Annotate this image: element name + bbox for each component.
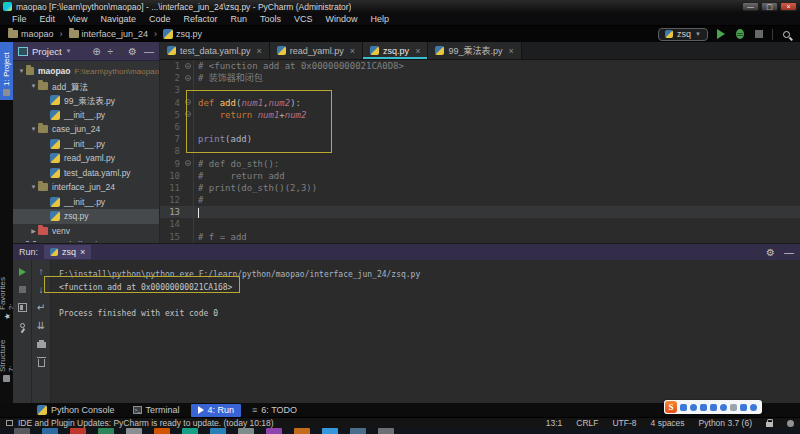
fold-icon[interactable]: − [185, 160, 191, 166]
debug-button[interactable] [734, 28, 746, 40]
tool-window-button-4-run[interactable]: 4: Run [191, 404, 242, 417]
taskbar-icon[interactable] [322, 428, 338, 434]
breadcrumb-item[interactable]: zsq.py [163, 29, 202, 39]
menu-item-refactor[interactable]: Refactor [177, 14, 223, 24]
clear-all-button[interactable] [36, 356, 47, 367]
menu-item-view[interactable]: View [62, 14, 93, 24]
close-tab-icon[interactable]: × [508, 46, 513, 56]
sogou-logo-icon[interactable]: S [665, 401, 677, 413]
soft-wrap-button[interactable]: ↵ [36, 302, 47, 313]
scroll-to-end-button[interactable]: ⇊ [36, 320, 47, 331]
tree-item[interactable]: __init__.py [13, 108, 159, 123]
code-editor[interactable]: 1−# <function add at 0x00000000021CA0D8>… [160, 60, 800, 243]
menu-item-vcs[interactable]: VCS [288, 14, 319, 24]
restore-layout-button[interactable] [17, 302, 28, 313]
tree-item[interactable]: read_yaml.py [13, 151, 159, 166]
fold-icon[interactable]: − [185, 99, 191, 105]
code-line[interactable]: 11# print(do_sth()(2,3)) [160, 182, 800, 194]
run-button[interactable] [715, 28, 727, 40]
lock-icon[interactable] [766, 422, 773, 427]
ime-icon[interactable] [700, 404, 707, 411]
event-log-icon[interactable] [6, 420, 13, 426]
fold-icon[interactable]: − [185, 111, 191, 117]
pin-tab-button[interactable] [17, 320, 28, 331]
hide-run-panel-button[interactable]: — [784, 247, 794, 258]
tree-item[interactable]: __init__.py [13, 137, 159, 152]
editor-tab[interactable]: 99_乘法表.py× [428, 42, 521, 59]
ime-icon[interactable] [710, 404, 717, 411]
tool-stripe-favorites[interactable]: ★ 2: Favorites [0, 270, 13, 324]
tree-item[interactable]: ▼maopaoF:\learn\python\maopao [13, 64, 159, 79]
menu-item-edit[interactable]: Edit [34, 14, 62, 24]
taskbar-icon[interactable] [42, 428, 58, 434]
status-file-encoding[interactable]: UTF-8 [612, 418, 636, 428]
taskbar-icon[interactable] [98, 428, 114, 434]
close-button[interactable]: × [780, 2, 797, 11]
tool-window-button-python-console[interactable]: Python Console [30, 404, 122, 417]
ime-icon[interactable] [720, 404, 727, 411]
code-line[interactable]: 15# f = add [160, 231, 800, 243]
breadcrumb-item[interactable]: interface_jun_24 [69, 29, 149, 39]
tree-item[interactable]: ▶External Libraries [13, 238, 159, 242]
menu-item-window[interactable]: Window [320, 14, 364, 24]
settings-gear-icon[interactable]: ⚙ [128, 46, 137, 57]
taskbar-icon[interactable] [14, 428, 30, 434]
down-stack-trace-button[interactable]: ↓ [36, 284, 47, 295]
ime-icon[interactable] [680, 404, 687, 411]
project-view-selector[interactable]: Project ▼ [18, 46, 72, 57]
tool-window-button-terminal[interactable]: >_Terminal [126, 404, 187, 417]
stop-button[interactable] [753, 28, 765, 40]
taskbar-icon[interactable] [238, 428, 254, 434]
run-console-output[interactable]: F:\install\python\python.exe F:/learn/py… [51, 260, 800, 404]
close-tab-icon[interactable]: × [350, 46, 355, 56]
code-line[interactable]: 14 [160, 218, 800, 230]
taskbar-icon[interactable] [210, 428, 226, 434]
collapse-all-button[interactable]: ÷ [108, 46, 114, 57]
taskbar-icon[interactable] [350, 428, 366, 434]
menu-item-help[interactable]: Help [365, 14, 396, 24]
status-python-interpreter[interactable]: Python 3.7 (6) [699, 418, 752, 428]
code-line[interactable]: 7print(add) [160, 133, 800, 145]
ime-icon[interactable] [750, 404, 757, 411]
run-settings-gear-icon[interactable]: ⚙ [766, 247, 775, 258]
code-line[interactable]: 1−# <function add at 0x00000000021CA0D8> [160, 60, 800, 72]
maximize-button[interactable]: ▢ [761, 2, 778, 11]
taskbar-icon[interactable] [294, 428, 310, 434]
ime-icon[interactable] [690, 404, 697, 411]
tree-item[interactable]: __init__.py [13, 195, 159, 210]
hector-inspector-icon[interactable] [787, 420, 794, 427]
code-line[interactable]: 2−# 装饰器和闭包 [160, 72, 800, 84]
minimize-button[interactable]: — [742, 2, 759, 11]
code-line[interactable]: 6 [160, 121, 800, 133]
editor-tab[interactable]: read_yaml.py× [270, 42, 363, 59]
ime-icon[interactable] [740, 404, 747, 411]
tool-stripe-structure[interactable]: 7: Structure [0, 330, 13, 386]
code-line[interactable]: 4−def add(num1,num2): [160, 97, 800, 109]
editor-tab[interactable]: test_data.yaml.py× [160, 42, 270, 59]
tree-item[interactable]: zsq.py [13, 209, 159, 224]
tree-item[interactable]: ▼add_算法 [13, 79, 159, 94]
tree-item[interactable]: test_data.yaml.py [13, 166, 159, 181]
run-console-tab[interactable]: zsq × [44, 245, 91, 259]
up-stack-trace-button[interactable]: ↑ [36, 266, 47, 277]
tree-item[interactable]: ▼interface_jun_24 [13, 180, 159, 195]
run-configuration-select[interactable]: zsq ▼ [658, 28, 708, 41]
tree-item[interactable]: ▶venv [13, 224, 159, 239]
ime-toolbar[interactable]: S [664, 400, 762, 414]
tool-stripe-project[interactable]: 1: Project [0, 42, 13, 100]
code-line[interactable]: 13 [160, 206, 800, 218]
editor-tab[interactable]: zsq.py× [363, 42, 428, 59]
print-button[interactable] [36, 338, 47, 349]
close-tab-icon[interactable]: × [415, 46, 420, 56]
code-line[interactable]: 3 [160, 84, 800, 96]
hide-panel-button[interactable]: — [144, 46, 154, 57]
menu-item-file[interactable]: File [6, 14, 33, 24]
code-line[interactable]: 9−# def do_sth(): [160, 158, 800, 170]
menu-item-run[interactable]: Run [224, 14, 253, 24]
taskbar-icon[interactable] [70, 428, 86, 434]
close-tab-icon[interactable]: × [257, 46, 262, 56]
tree-item[interactable]: ▼case_jun_24 [13, 122, 159, 137]
stop-process-button[interactable] [17, 284, 28, 295]
taskbar-icon[interactable] [126, 428, 142, 434]
close-tab-icon[interactable]: × [80, 247, 85, 257]
